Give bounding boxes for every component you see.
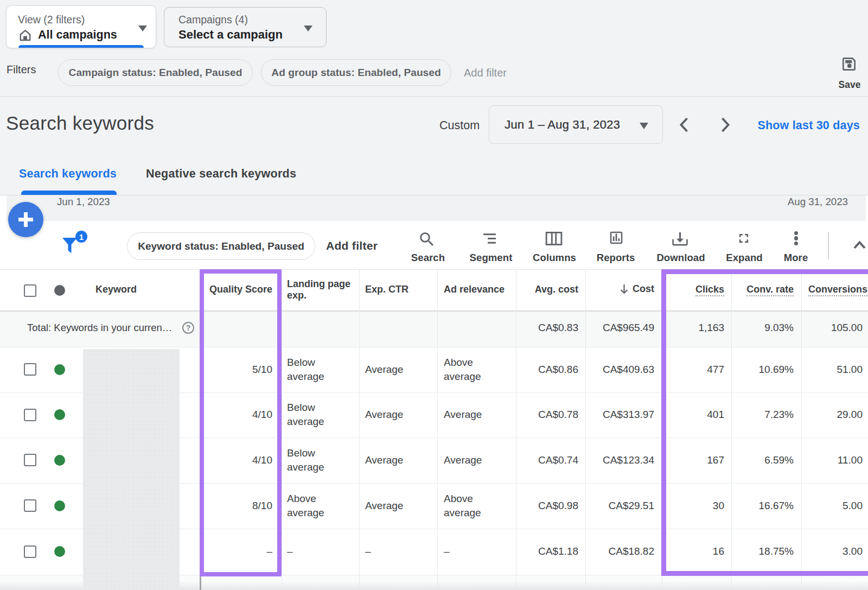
svg-text:?: ? bbox=[186, 323, 191, 332]
